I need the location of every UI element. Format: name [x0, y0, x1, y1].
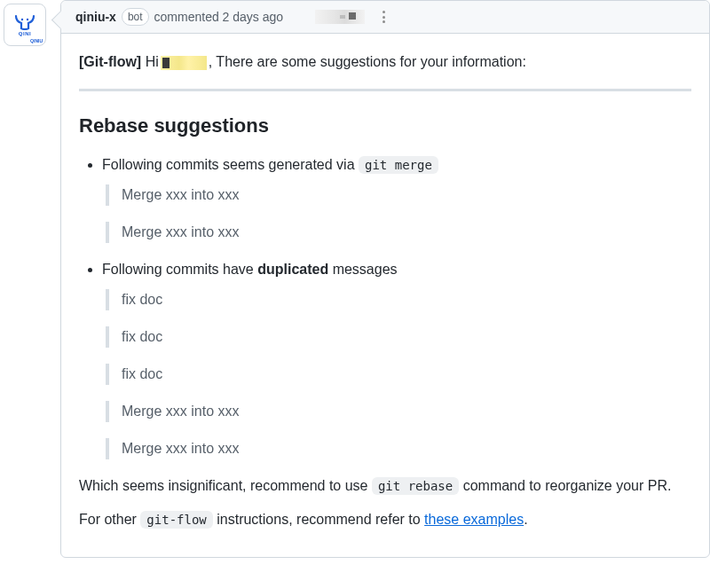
bullet2-lead-before: Following commits have: [102, 262, 257, 277]
blockquote: fix doc: [106, 326, 691, 348]
bullet2-lead-bold: duplicated: [257, 262, 328, 277]
blockquote: fix doc: [106, 289, 691, 310]
bullet1-lead: Following commits seems generated via: [102, 157, 359, 172]
author-link[interactable]: qiniu-x: [75, 10, 116, 24]
blockquote: fix doc: [106, 364, 691, 385]
comment-body: [Git-flow] Hi, There are some suggestion…: [61, 34, 709, 557]
redacted-region: [315, 10, 365, 24]
inline-code: git-flow: [140, 511, 212, 529]
avatar[interactable]: QINI QINIU: [4, 4, 46, 46]
redacted-mention: [161, 56, 207, 70]
bull-icon: [13, 14, 36, 30]
divider: [79, 89, 691, 91]
quote-list: Merge xxx into xxx Merge xxx into xxx: [102, 184, 691, 243]
examples-link[interactable]: these examples: [424, 512, 524, 527]
svg-point-1: [27, 18, 28, 20]
intro-prefix: [Git-flow]: [79, 54, 141, 69]
quote-list: fix doc fix doc fix doc Merge xxx into x…: [102, 289, 691, 459]
commented-timestamp[interactable]: commented 2 days ago: [154, 10, 284, 24]
blockquote: Merge xxx into xxx: [106, 438, 691, 459]
bullet2-lead-after: messages: [328, 262, 397, 277]
footer-line-1: Which seems insignificant, recommend to …: [79, 475, 691, 497]
intro-line: [Git-flow] Hi, There are some suggestion…: [79, 51, 691, 73]
comment-header: qiniu-x bot commented 2 days ago: [61, 1, 709, 34]
list-item: Following commits have duplicated messag…: [102, 259, 691, 459]
section-title: Rebase suggestions: [79, 111, 691, 140]
footer-line-2: For other git-flow instructions, recomme…: [79, 509, 691, 530]
intro-tail: , There are some suggestions for your in…: [209, 54, 526, 69]
list-item: Following commits seems generated via gi…: [102, 154, 691, 243]
blockquote: Merge xxx into xxx: [106, 401, 691, 422]
suggestion-list: Following commits seems generated via gi…: [79, 154, 691, 459]
blockquote: Merge xxx into xxx: [106, 184, 691, 206]
kebab-menu-icon[interactable]: [379, 11, 388, 23]
intro-greeting: Hi: [141, 54, 159, 69]
bot-badge: bot: [122, 8, 149, 26]
comment-container: qiniu-x bot commented 2 days ago [Git-fl…: [60, 0, 710, 558]
footer1-after: command to reorganize your PR.: [459, 478, 671, 493]
svg-point-0: [21, 18, 23, 20]
avatar-label: QINI: [19, 31, 31, 36]
footer2-mid: instructions, recommend refer to: [213, 512, 424, 527]
footer2-before: For other: [79, 512, 140, 527]
footer1-before: Which seems insignificant, recommend to …: [79, 478, 372, 493]
avatar-sublabel: QINIU: [30, 38, 43, 43]
footer2-after: .: [524, 512, 527, 527]
inline-code: git rebase: [372, 477, 459, 495]
blockquote: Merge xxx into xxx: [106, 222, 691, 243]
inline-code: git merge: [359, 156, 438, 174]
